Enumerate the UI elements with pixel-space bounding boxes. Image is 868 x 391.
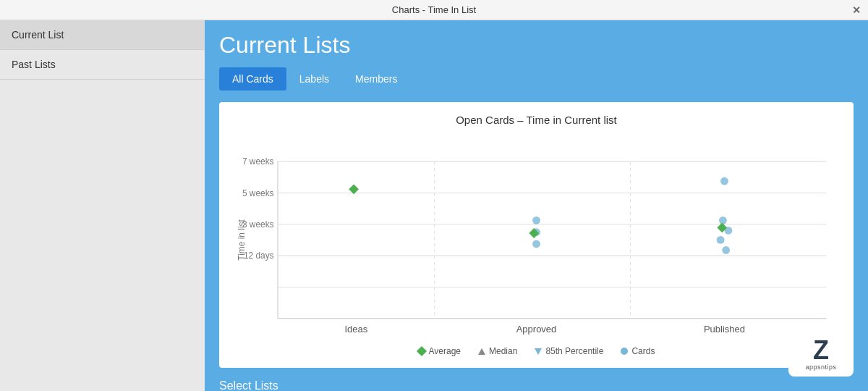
sidebar: Current List Past Lists bbox=[0, 20, 205, 391]
logo-text: appsntips bbox=[805, 363, 836, 371]
sidebar-item-past-lists[interactable]: Past Lists bbox=[0, 50, 205, 80]
tab-labels[interactable]: Labels bbox=[286, 67, 342, 91]
legend-median: Median bbox=[478, 346, 517, 356]
page-title: Current Lists bbox=[219, 32, 854, 59]
legend-average: Average bbox=[418, 346, 461, 356]
logo-area: Z appsntips bbox=[788, 332, 854, 377]
median-icon bbox=[478, 348, 485, 355]
main-layout: Current List Past Lists Current Lists Al… bbox=[0, 20, 868, 391]
svg-text:3 weeks: 3 weeks bbox=[242, 219, 274, 230]
svg-point-27 bbox=[722, 246, 730, 254]
chart-legend: Average Median 85th Percentile Cards bbox=[231, 346, 842, 356]
tab-bar: All Cards Labels Members bbox=[219, 67, 854, 91]
svg-text:5 weeks: 5 weeks bbox=[242, 188, 274, 198]
legend-85th: 85th Percentile bbox=[535, 346, 603, 356]
svg-point-21 bbox=[532, 240, 540, 248]
tab-members[interactable]: Members bbox=[342, 67, 410, 91]
logo-letter: Z bbox=[813, 337, 829, 363]
svg-text:12 days: 12 days bbox=[244, 251, 274, 261]
title-bar: Charts - Time In List ✕ bbox=[0, 0, 868, 20]
svg-point-19 bbox=[532, 216, 540, 224]
legend-cards-label: Cards bbox=[631, 346, 655, 356]
svg-point-26 bbox=[717, 236, 725, 244]
select-lists-title: Select Lists bbox=[219, 379, 854, 391]
cards-icon bbox=[621, 348, 628, 355]
window-title: Charts - Time In List bbox=[392, 4, 476, 15]
svg-text:7 weeks: 7 weeks bbox=[242, 156, 274, 167]
logo-box: Z appsntips bbox=[788, 332, 854, 377]
svg-text:Approved: Approved bbox=[516, 324, 557, 335]
average-icon bbox=[416, 346, 426, 356]
main-content: Current Lists All Cards Labels Members O… bbox=[205, 20, 868, 391]
svg-point-23 bbox=[720, 177, 728, 185]
legend-percentile-label: 85th Percentile bbox=[545, 346, 603, 356]
svg-text:Ideas: Ideas bbox=[344, 324, 367, 335]
legend-average-label: Average bbox=[429, 346, 461, 356]
tab-all-cards[interactable]: All Cards bbox=[219, 67, 286, 91]
close-button[interactable]: ✕ bbox=[852, 4, 861, 16]
sidebar-item-current-list[interactable]: Current List bbox=[0, 20, 205, 50]
svg-point-24 bbox=[719, 216, 727, 224]
legend-cards: Cards bbox=[621, 346, 655, 356]
percentile-icon bbox=[535, 348, 542, 355]
chart-title: Open Cards – Time in Current list bbox=[231, 114, 842, 126]
svg-text:Published: Published bbox=[704, 324, 745, 335]
legend-median-label: Median bbox=[489, 346, 517, 356]
chart-container: Open Cards – Time in Current list Time i… bbox=[219, 102, 854, 368]
chart-svg: Time in list 7 weeks 5 weeks 3 weeks 12 … bbox=[231, 135, 842, 337]
